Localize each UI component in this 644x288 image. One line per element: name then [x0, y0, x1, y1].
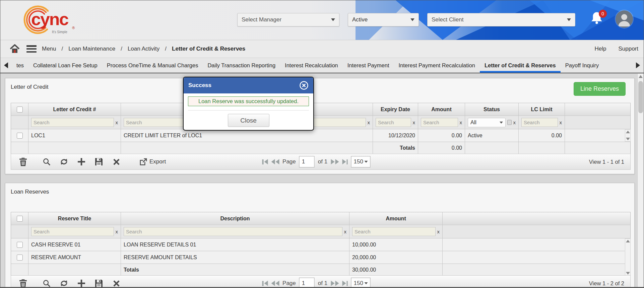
first-page-button[interactable] — [262, 281, 268, 286]
row-checkbox[interactable] — [17, 133, 23, 139]
amount-search-input[interactable] — [421, 118, 458, 127]
column-header-lc-limit[interactable]: LC Limit — [519, 103, 565, 116]
select-all-checkbox[interactable] — [17, 216, 23, 222]
export-button[interactable]: Export — [139, 158, 166, 166]
add-button[interactable] — [77, 157, 86, 166]
clear-filter-button[interactable]: x — [344, 229, 347, 234]
tab-daily-transaction-reporting[interactable]: Daily Transaction Reporting — [203, 58, 280, 73]
first-page-button[interactable] — [262, 159, 268, 164]
scroll-up-icon[interactable] — [626, 131, 630, 133]
breadcrumb-loan-maintenance[interactable]: Loan Maintenance — [68, 46, 115, 52]
page-size-select[interactable]: 150 — [351, 156, 371, 167]
breadcrumb-menu[interactable]: Menu — [42, 46, 56, 52]
breadcrumb-separator: / — [121, 46, 122, 52]
modal-close-button[interactable]: Close — [228, 114, 269, 127]
column-header-status[interactable]: Status — [465, 103, 519, 116]
status-filter-select[interactable]: All — [468, 118, 506, 127]
menu-hamburger-icon[interactable] — [26, 45, 37, 53]
reserves-table-scrollbar[interactable] — [625, 238, 631, 276]
clear-filter-button[interactable]: x — [413, 120, 415, 125]
scroll-up-icon[interactable] — [639, 75, 643, 78]
clear-filter-button[interactable]: x — [116, 120, 118, 125]
refresh-button[interactable] — [59, 279, 69, 288]
line-reserves-button[interactable]: Line Reserves — [574, 82, 626, 96]
tabs-scroll-left-button[interactable] — [0, 58, 12, 73]
clear-filter-button[interactable]: x — [368, 120, 370, 125]
row-checkbox[interactable] — [17, 242, 23, 248]
search-button[interactable] — [42, 157, 51, 166]
row-checkbox[interactable] — [17, 255, 23, 261]
select-manager-dropdown[interactable]: Select Manager — [237, 13, 339, 26]
last-page-button[interactable] — [342, 281, 348, 286]
clear-filter-button[interactable]: x — [560, 120, 562, 125]
reserves-table-row[interactable]: RESERVE AMOUNT RESERVE AMOUNT DETAILS 20… — [11, 251, 630, 264]
cancel-button[interactable] — [112, 279, 121, 288]
scroll-down-icon[interactable] — [626, 138, 630, 140]
tab-payoff-inquiry[interactable]: Payoff Inquiry — [561, 58, 604, 73]
column-header-reserve-title[interactable]: Reserve Title — [28, 212, 121, 225]
next-page-button[interactable] — [331, 159, 339, 164]
clear-filter-button[interactable]: x — [116, 229, 118, 234]
reserves-table-row[interactable]: CASH RESERVE 01 LOAN RESERVE DETAILS 01 … — [11, 238, 630, 251]
clear-filter-button[interactable]: x — [437, 229, 440, 234]
page-size-select[interactable]: 150 — [351, 278, 371, 288]
user-avatar[interactable] — [616, 10, 633, 28]
scroll-up-icon[interactable] — [626, 240, 630, 242]
column-header-loc-number[interactable]: Letter of Credit # — [28, 103, 121, 116]
save-button[interactable] — [94, 157, 104, 166]
tab-interest-payment[interactable]: Interest Payment — [343, 58, 394, 73]
loc-table-scrollbar[interactable] — [625, 129, 631, 142]
help-link[interactable]: Help — [594, 46, 606, 52]
reserve-title-search-input[interactable] — [31, 227, 114, 236]
next-page-button[interactable] — [331, 281, 339, 286]
last-page-button[interactable] — [342, 159, 348, 164]
status-dropdown[interactable]: Active — [348, 13, 419, 26]
description-cell: RESERVE AMOUNT DETAILS — [121, 251, 349, 264]
scroll-down-icon[interactable] — [626, 272, 630, 275]
notifications-button[interactable]: 0 — [590, 10, 607, 30]
clear-filter-button[interactable]: x — [460, 120, 462, 125]
support-link[interactable]: Support — [618, 46, 638, 52]
chevron-down-icon — [365, 282, 368, 284]
page-scrollbar[interactable] — [637, 74, 644, 288]
lc-limit-search-input[interactable] — [521, 118, 558, 127]
tab-collateral-loan-fee-setup[interactable]: Collateral Loan Fee Setup — [28, 58, 102, 73]
column-header-amount[interactable]: Amount — [418, 103, 465, 116]
svg-text:®: ® — [72, 26, 75, 30]
select-all-checkbox[interactable] — [17, 106, 23, 113]
filter-options-button[interactable] — [507, 120, 512, 125]
previous-page-button[interactable] — [271, 159, 279, 164]
tab-tes[interactable]: tes — [12, 58, 28, 73]
search-button[interactable] — [42, 279, 51, 288]
tab-interest-payment-recalculation[interactable]: Interest Payment Recalculation — [394, 58, 480, 73]
home-icon[interactable] — [10, 44, 20, 54]
delete-button[interactable] — [18, 279, 28, 288]
column-header-description[interactable]: Description — [121, 212, 349, 225]
page-number-input[interactable] — [299, 156, 315, 167]
column-header-amount[interactable]: Amount — [349, 212, 443, 225]
delete-button[interactable] — [18, 157, 28, 166]
select-client-dropdown[interactable]: Select Client — [427, 13, 575, 26]
tab-interest-recalculation[interactable]: Interest Recalculation — [280, 58, 343, 73]
chevron-down-icon — [567, 18, 571, 21]
column-header-expiry-date[interactable]: Expiry Date — [373, 103, 418, 116]
refresh-button[interactable] — [59, 157, 69, 166]
scrollbar-thumb[interactable] — [638, 81, 643, 113]
add-button[interactable] — [77, 279, 86, 288]
page-number-input[interactable] — [299, 278, 315, 288]
trash-icon — [19, 157, 27, 166]
modal-close-icon[interactable] — [299, 81, 309, 90]
cancel-button[interactable] — [112, 157, 121, 166]
tab-process-onetime-manual-charges[interactable]: Process OneTime & Manual Charges — [102, 58, 203, 73]
description-search-input[interactable] — [124, 227, 342, 236]
save-button[interactable] — [94, 279, 104, 288]
amount-search-input[interactable] — [352, 227, 436, 236]
expiry-date-search-input[interactable] — [376, 118, 411, 127]
tab-letter-of-credit-reserves[interactable]: Letter of Credit & Reserves — [480, 58, 561, 73]
loc-number-search-input[interactable] — [31, 118, 114, 127]
loc-table-row[interactable]: LOC1 CREDIT LIMIT LETTER of LOC1 10/12/2… — [11, 129, 630, 142]
previous-page-button[interactable] — [271, 281, 279, 286]
tabs-scroll-right-button[interactable] — [632, 58, 644, 73]
breadcrumb-loan-activity[interactable]: Loan Activity — [128, 46, 159, 52]
clear-filter-button[interactable]: x — [513, 120, 516, 125]
